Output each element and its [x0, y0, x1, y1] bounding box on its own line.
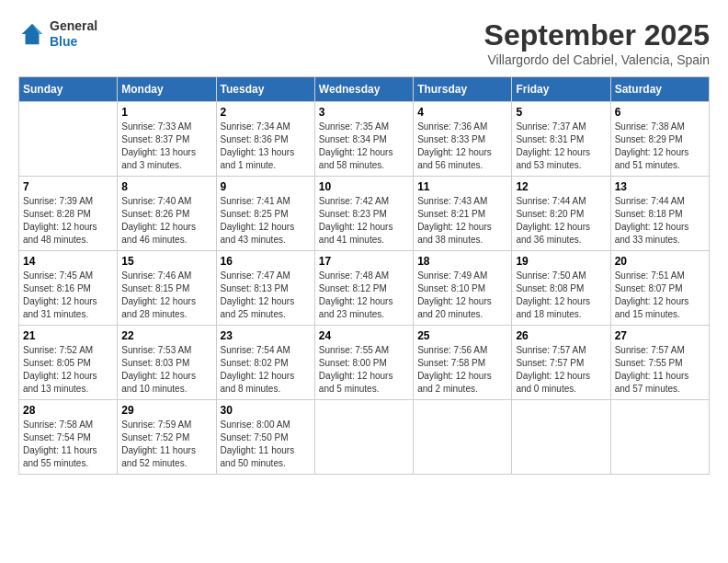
calendar-cell: 12Sunrise: 7:44 AMSunset: 8:20 PMDayligh…: [512, 177, 610, 251]
calendar-cell: 2Sunrise: 7:34 AMSunset: 8:36 PMDaylight…: [216, 102, 314, 177]
day-info: Sunrise: 7:46 AMSunset: 8:15 PMDaylight:…: [121, 270, 211, 321]
calendar-header-row: SundayMondayTuesdayWednesdayThursdayFrid…: [19, 77, 710, 102]
calendar-cell: 17Sunrise: 7:48 AMSunset: 8:12 PMDayligh…: [314, 251, 413, 326]
calendar-cell: 29Sunrise: 7:59 AMSunset: 7:52 PMDayligh…: [118, 400, 216, 475]
day-number: 29: [121, 404, 211, 417]
day-info: Sunrise: 7:53 AMSunset: 8:03 PMDaylight:…: [121, 344, 211, 396]
day-info: Sunrise: 7:49 AMSunset: 8:10 PMDaylight:…: [417, 270, 507, 321]
day-info: Sunrise: 7:42 AMSunset: 8:23 PMDaylight:…: [319, 195, 409, 247]
day-info: Sunrise: 7:35 AMSunset: 8:34 PMDaylight:…: [319, 121, 409, 172]
day-number: 1: [121, 106, 211, 119]
day-number: 23: [221, 329, 311, 342]
calendar-cell: 24Sunrise: 7:55 AMSunset: 8:00 PMDayligh…: [314, 326, 413, 400]
day-number: 5: [516, 106, 606, 119]
column-header-saturday: Saturday: [610, 77, 709, 102]
calendar-cell: 10Sunrise: 7:42 AMSunset: 8:23 PMDayligh…: [314, 177, 413, 251]
logo: General Blue: [18, 18, 97, 50]
day-number: 19: [516, 255, 606, 268]
calendar-cell: 9Sunrise: 7:41 AMSunset: 8:25 PMDaylight…: [216, 177, 314, 251]
calendar-cell: [512, 400, 610, 475]
column-header-sunday: Sunday: [19, 77, 118, 102]
day-number: 15: [121, 255, 211, 268]
calendar-cell: [610, 400, 709, 475]
column-header-monday: Monday: [118, 77, 216, 102]
day-info: Sunrise: 7:44 AMSunset: 8:18 PMDaylight:…: [615, 195, 705, 247]
day-number: 28: [23, 404, 113, 417]
calendar-cell: 21Sunrise: 7:52 AMSunset: 8:05 PMDayligh…: [19, 326, 118, 400]
calendar-cell: [19, 102, 118, 177]
day-info: Sunrise: 7:33 AMSunset: 8:37 PMDaylight:…: [121, 121, 211, 172]
day-info: Sunrise: 7:56 AMSunset: 7:58 PMDaylight:…: [417, 344, 507, 396]
day-number: 16: [221, 255, 311, 268]
day-number: 17: [319, 255, 409, 268]
day-info: Sunrise: 7:58 AMSunset: 7:54 PMDaylight:…: [23, 419, 113, 470]
day-number: 3: [319, 106, 409, 119]
calendar-cell: 4Sunrise: 7:36 AMSunset: 8:33 PMDaylight…: [414, 102, 512, 177]
day-number: 2: [221, 106, 311, 119]
day-number: 20: [615, 255, 705, 268]
calendar-table: SundayMondayTuesdayWednesdayThursdayFrid…: [18, 76, 710, 475]
title-block: September 2025 Villargordo del Cabriel, …: [484, 18, 710, 67]
day-number: 27: [615, 329, 705, 342]
day-number: 21: [23, 329, 113, 342]
day-info: Sunrise: 7:59 AMSunset: 7:52 PMDaylight:…: [121, 419, 211, 470]
calendar-cell: 19Sunrise: 7:50 AMSunset: 8:08 PMDayligh…: [512, 251, 610, 326]
calendar-cell: 15Sunrise: 7:46 AMSunset: 8:15 PMDayligh…: [118, 251, 216, 326]
calendar-cell: 8Sunrise: 7:40 AMSunset: 8:26 PMDaylight…: [118, 177, 216, 251]
day-info: Sunrise: 7:54 AMSunset: 8:02 PMDaylight:…: [221, 344, 311, 396]
day-info: Sunrise: 7:39 AMSunset: 8:28 PMDaylight:…: [23, 195, 113, 247]
day-info: Sunrise: 7:48 AMSunset: 8:12 PMDaylight:…: [319, 270, 409, 321]
calendar-cell: 25Sunrise: 7:56 AMSunset: 7:58 PMDayligh…: [414, 326, 512, 400]
day-info: Sunrise: 8:00 AMSunset: 7:50 PMDaylight:…: [221, 419, 311, 470]
day-number: 6: [615, 106, 705, 119]
day-number: 22: [121, 329, 211, 342]
calendar-cell: 27Sunrise: 7:57 AMSunset: 7:55 PMDayligh…: [610, 326, 709, 400]
calendar-cell: 20Sunrise: 7:51 AMSunset: 8:07 PMDayligh…: [610, 251, 709, 326]
calendar-cell: 23Sunrise: 7:54 AMSunset: 8:02 PMDayligh…: [216, 326, 314, 400]
column-header-friday: Friday: [512, 77, 610, 102]
calendar-cell: 13Sunrise: 7:44 AMSunset: 8:18 PMDayligh…: [610, 177, 709, 251]
day-number: 7: [23, 180, 113, 193]
day-number: 18: [417, 255, 507, 268]
page-header: General Blue September 2025 Villargordo …: [18, 18, 710, 67]
logo-text: General Blue: [50, 18, 97, 50]
day-info: Sunrise: 7:55 AMSunset: 8:00 PMDaylight:…: [319, 344, 409, 396]
column-header-wednesday: Wednesday: [314, 77, 413, 102]
column-header-thursday: Thursday: [414, 77, 512, 102]
day-info: Sunrise: 7:40 AMSunset: 8:26 PMDaylight:…: [121, 195, 211, 247]
calendar-week-row: 1Sunrise: 7:33 AMSunset: 8:37 PMDaylight…: [19, 102, 710, 177]
calendar-cell: 6Sunrise: 7:38 AMSunset: 8:29 PMDaylight…: [610, 102, 709, 177]
day-info: Sunrise: 7:43 AMSunset: 8:21 PMDaylight:…: [417, 195, 507, 247]
calendar-cell: 26Sunrise: 7:57 AMSunset: 7:57 PMDayligh…: [512, 326, 610, 400]
day-info: Sunrise: 7:34 AMSunset: 8:36 PMDaylight:…: [221, 121, 311, 172]
column-header-tuesday: Tuesday: [216, 77, 314, 102]
day-number: 13: [615, 180, 705, 193]
day-info: Sunrise: 7:47 AMSunset: 8:13 PMDaylight:…: [221, 270, 311, 321]
logo-general: General: [50, 18, 97, 34]
day-info: Sunrise: 7:36 AMSunset: 8:33 PMDaylight:…: [417, 121, 507, 172]
day-info: Sunrise: 7:41 AMSunset: 8:25 PMDaylight:…: [221, 195, 311, 247]
location: Villargordo del Cabriel, Valencia, Spain: [484, 52, 710, 67]
calendar-week-row: 21Sunrise: 7:52 AMSunset: 8:05 PMDayligh…: [19, 326, 710, 400]
calendar-cell: 7Sunrise: 7:39 AMSunset: 8:28 PMDaylight…: [19, 177, 118, 251]
day-number: 8: [121, 180, 211, 193]
calendar-cell: [414, 400, 512, 475]
calendar-week-row: 7Sunrise: 7:39 AMSunset: 8:28 PMDaylight…: [19, 177, 710, 251]
calendar-cell: 1Sunrise: 7:33 AMSunset: 8:37 PMDaylight…: [118, 102, 216, 177]
day-info: Sunrise: 7:57 AMSunset: 7:55 PMDaylight:…: [615, 344, 705, 396]
calendar-cell: 30Sunrise: 8:00 AMSunset: 7:50 PMDayligh…: [216, 400, 314, 475]
calendar-cell: 22Sunrise: 7:53 AMSunset: 8:03 PMDayligh…: [118, 326, 216, 400]
calendar-cell: 5Sunrise: 7:37 AMSunset: 8:31 PMDaylight…: [512, 102, 610, 177]
calendar-week-row: 14Sunrise: 7:45 AMSunset: 8:16 PMDayligh…: [19, 251, 710, 326]
day-number: 25: [417, 329, 507, 342]
day-info: Sunrise: 7:44 AMSunset: 8:20 PMDaylight:…: [516, 195, 606, 247]
day-info: Sunrise: 7:52 AMSunset: 8:05 PMDaylight:…: [23, 344, 113, 396]
logo-blue: Blue: [50, 34, 97, 50]
day-info: Sunrise: 7:38 AMSunset: 8:29 PMDaylight:…: [615, 121, 705, 172]
day-info: Sunrise: 7:57 AMSunset: 7:57 PMDaylight:…: [516, 344, 606, 396]
logo-icon: [18, 20, 46, 48]
calendar-cell: 16Sunrise: 7:47 AMSunset: 8:13 PMDayligh…: [216, 251, 314, 326]
calendar-cell: 14Sunrise: 7:45 AMSunset: 8:16 PMDayligh…: [19, 251, 118, 326]
calendar-cell: 28Sunrise: 7:58 AMSunset: 7:54 PMDayligh…: [19, 400, 118, 475]
day-number: 11: [417, 180, 507, 193]
